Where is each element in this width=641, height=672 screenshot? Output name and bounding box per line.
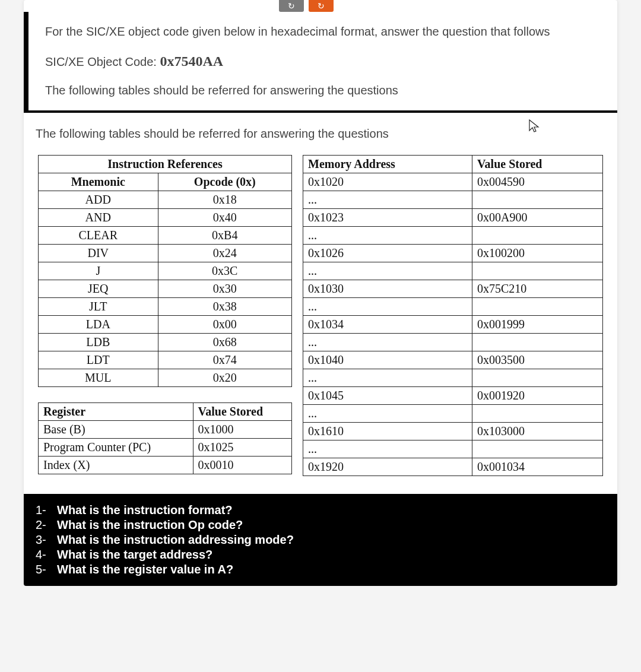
opcode-cell: 0x30 [158, 280, 291, 298]
question-number: 4- [36, 548, 57, 562]
table-row: LDT0x74 [39, 351, 292, 369]
question-number: 3- [36, 533, 57, 547]
address-cell: 0x1034 [303, 316, 472, 334]
reg-col-value: Value Stored [193, 403, 291, 421]
question-text: What is the instruction Op code? [57, 518, 243, 532]
table-row: ... [303, 440, 603, 458]
question-text: What is the instruction format? [57, 503, 233, 517]
mnemonic-cell: LDT [39, 351, 158, 369]
address-cell: ... [303, 262, 472, 280]
instr-title: Instruction References [39, 156, 292, 173]
table-row: MUL0x20 [39, 369, 292, 387]
mnemonic-cell: AND [39, 209, 158, 227]
object-code-line: SIC/XE Object Code: 0x7540AA [45, 53, 601, 69]
instr-col-mnemonic: Mnemonic [39, 173, 158, 191]
mnemonic-cell: LDB [39, 334, 158, 351]
register-cell: Base (B) [39, 421, 193, 439]
question-row: 3-What is the instruction addressing mod… [36, 533, 605, 547]
address-cell: 0x1020 [303, 173, 472, 191]
table-row: 0x10300x75C210 [303, 280, 603, 298]
memvalue-cell: 0x100200 [472, 245, 603, 262]
table-row: 0x10230x00A900 [303, 209, 603, 227]
mem-col-value: Value Stored [472, 156, 603, 173]
register-cell: Index (X) [39, 457, 193, 474]
mnemonic-cell: JEQ [39, 280, 158, 298]
reference-note-repeat: The following tables should be referred … [36, 127, 608, 141]
memvalue-cell [472, 334, 603, 351]
address-cell: ... [303, 440, 472, 458]
address-cell: 0x1026 [303, 245, 472, 262]
mnemonic-cell: MUL [39, 369, 158, 387]
memvalue-cell: 0x75C210 [472, 280, 603, 298]
memvalue-cell: 0x004590 [472, 173, 603, 191]
reg-col-register: Register [39, 403, 193, 421]
address-cell: ... [303, 334, 472, 351]
question-number: 1- [36, 503, 57, 517]
address-cell: ... [303, 405, 472, 423]
address-cell: ... [303, 191, 472, 209]
intro-text: For the SIC/XE object code given below i… [45, 23, 601, 40]
mnemonic-cell: CLEAR [39, 227, 158, 245]
refresh-icon: ↻ [318, 1, 325, 11]
address-cell: ... [303, 227, 472, 245]
address-cell: 0x1040 [303, 351, 472, 369]
table-row: ... [303, 262, 603, 280]
memvalue-cell [472, 191, 603, 209]
address-cell: 0x1030 [303, 280, 472, 298]
mnemonic-cell: DIV [39, 245, 158, 262]
question-text: What is the target address? [57, 548, 212, 562]
memvalue-cell [472, 369, 603, 387]
opcode-cell: 0x20 [158, 369, 291, 387]
memvalue-cell [472, 440, 603, 458]
question-number: 5- [36, 563, 57, 576]
memvalue-cell: 0x003500 [472, 351, 603, 369]
mnemonic-cell: ADD [39, 191, 158, 209]
opcode-cell: 0x18 [158, 191, 291, 209]
table-row: LDB0x68 [39, 334, 292, 351]
table-row: CLEAR0xB4 [39, 227, 292, 245]
object-code-label: SIC/XE Object Code: [45, 55, 160, 68]
table-row: 0x10260x100200 [303, 245, 603, 262]
address-cell: 0x1920 [303, 458, 472, 476]
mem-col-address: Memory Address [303, 156, 472, 173]
memvalue-cell: 0x001999 [472, 316, 603, 334]
table-row: J0x3C [39, 262, 292, 280]
table-row: ... [303, 191, 603, 209]
tab-refresh-grey[interactable]: ↻ [279, 0, 304, 12]
question-row: 2-What is the instruction Op code? [36, 518, 605, 532]
address-cell: 0x1023 [303, 209, 472, 227]
table-row: 0x19200x001034 [303, 458, 603, 476]
table-row: LDA0x00 [39, 316, 292, 334]
questions-bar: 1-What is the instruction format?2-What … [24, 494, 617, 586]
address-cell: ... [303, 369, 472, 387]
table-row: ADD0x18 [39, 191, 292, 209]
question-row: 5-What is the register value in A? [36, 563, 605, 576]
address-cell: ... [303, 298, 472, 316]
table-row: JLT0x38 [39, 298, 292, 316]
opcode-cell: 0x24 [158, 245, 291, 262]
memvalue-cell [472, 298, 603, 316]
mnemonic-cell: JLT [39, 298, 158, 316]
memvalue-cell [472, 227, 603, 245]
table-row: DIV0x24 [39, 245, 292, 262]
address-cell: 0x1045 [303, 387, 472, 405]
instruction-table: Instruction References Mnemonic Opcode (… [38, 155, 292, 387]
question-row: 4-What is the target address? [36, 548, 605, 562]
question-text: What is the instruction addressing mode? [57, 533, 294, 547]
top-tabs: ↻ ↻ [279, 0, 338, 12]
table-row: Base (B)0x1000 [39, 421, 292, 439]
reference-note: The following tables should be referred … [45, 84, 601, 97]
memvalue-cell: 0x00A900 [472, 209, 603, 227]
question-text: What is the register value in A? [57, 563, 233, 576]
refresh-icon: ↻ [288, 1, 295, 11]
opcode-cell: 0x38 [158, 298, 291, 316]
opcode-cell: 0x74 [158, 351, 291, 369]
table-row: 0x10200x004590 [303, 173, 603, 191]
memvalue-cell [472, 262, 603, 280]
tab-refresh-orange[interactable]: ↻ [309, 0, 334, 12]
opcode-cell: 0x68 [158, 334, 291, 351]
table-row: ... [303, 227, 603, 245]
problem-card: For the SIC/XE object code given below i… [24, 12, 617, 110]
table-row: ... [303, 369, 603, 387]
regvalue-cell: 0x0010 [193, 457, 291, 474]
